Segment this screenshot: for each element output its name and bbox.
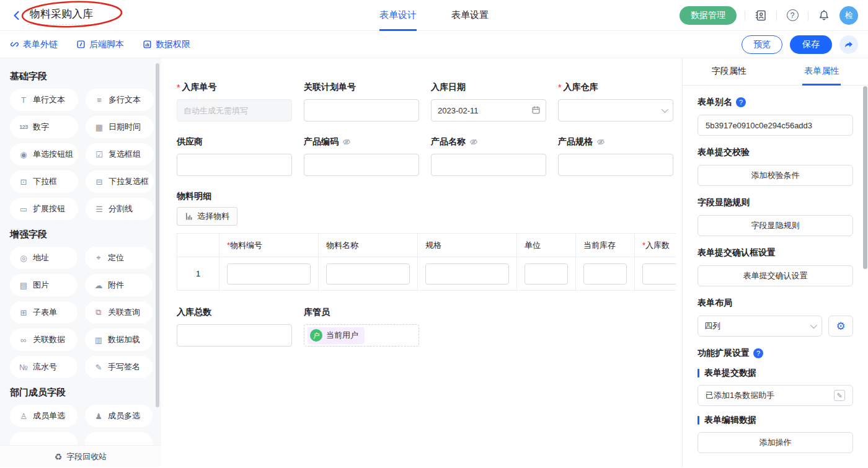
select-material-button[interactable]: 选择物料 — [177, 207, 237, 226]
subform-icon: ⊞ — [19, 308, 29, 317]
stock-input[interactable] — [583, 263, 627, 285]
field-pill-radio-group[interactable]: ◉单选按钮组 — [10, 143, 78, 166]
field-inbound-no[interactable]: *入库单号 — [177, 82, 292, 121]
question-icon: ? — [787, 9, 799, 21]
field-pill-multi-line-text[interactable]: ≡多行文本 — [86, 89, 154, 111]
backend-script-link[interactable]: 后端脚本 — [76, 39, 124, 50]
tab-form-design[interactable]: 表单设计 — [379, 0, 417, 31]
product-name-input[interactable] — [431, 154, 546, 176]
field-inbound-date[interactable]: 入库日期 — [431, 82, 546, 121]
field-warehouse[interactable]: *入库仓库 — [558, 82, 673, 121]
data-assistant-box[interactable]: 已添加1条数据助手 ✎ — [698, 385, 853, 406]
properties-panel: 字段属性 表单属性 表单别名 ? 5b3917e0910c0e294c56add… — [682, 58, 868, 467]
contacts-button[interactable] — [753, 8, 768, 23]
field-pill-number[interactable]: 123数字 — [10, 116, 78, 138]
field-pill-divider[interactable]: ☰分割线 — [86, 198, 154, 220]
product-code-input[interactable] — [304, 154, 419, 176]
field-warehouse-keeper[interactable]: 库管员 户 当前用户 — [304, 307, 419, 347]
field-pill-location[interactable]: ⌖定位 — [85, 247, 153, 269]
single-line-text-icon: T — [19, 95, 29, 105]
field-pill-subform[interactable]: ⊞子表单 — [10, 301, 78, 324]
field-pill-checkbox-group[interactable]: ☑复选框组 — [86, 143, 154, 166]
field-pill-member-single[interactable]: ♙成员单选 — [10, 405, 78, 427]
member-picker[interactable]: 户 当前用户 — [304, 324, 419, 347]
field-total-qty[interactable]: 入库总数 — [177, 307, 292, 347]
field-recycle-bin[interactable]: ♻ 字段回收站 — [0, 445, 161, 467]
subform-col-stock: 当前库存 — [576, 234, 635, 257]
field-pill-linked-data[interactable]: ∞关联数据 — [10, 329, 78, 351]
add-validation-button[interactable]: 添加校验条件 — [698, 165, 853, 186]
tab-form-properties[interactable]: 表单属性 — [776, 58, 868, 85]
inbound-qty-input[interactable] — [642, 263, 676, 285]
tab-field-properties[interactable]: 字段属性 — [683, 58, 776, 85]
field-pill-select[interactable]: ⊡下拉框 — [10, 170, 78, 193]
help-icon[interactable]: ? — [753, 348, 763, 358]
divider — [745, 11, 745, 20]
preview-button[interactable]: 预览 — [742, 35, 782, 54]
multi-line-text-icon: ≡ — [94, 95, 104, 105]
sidebar-scrollbar[interactable] — [156, 63, 159, 407]
page-title[interactable]: 物料采购入库 — [27, 6, 95, 25]
edit-pencil-icon[interactable]: ✎ — [834, 390, 845, 401]
field-pill-image[interactable]: ▤图片 — [10, 274, 78, 296]
checkbox-icon: ☑ — [94, 150, 104, 159]
field-pill-datetime[interactable]: ▦日期时间 — [86, 116, 154, 138]
avatar[interactable]: 检 — [839, 6, 858, 25]
field-pill-data-load[interactable]: ▥数据加载 — [85, 329, 153, 351]
window-scrollbar[interactable] — [863, 86, 867, 269]
save-button[interactable]: 保存 — [790, 35, 832, 54]
subform-table: *物料编号 物料名称 规格 单位 当前库存 *入库数 1 — [177, 233, 676, 291]
field-pill-attachment[interactable]: ☁附件 — [85, 274, 153, 296]
visibility-rules-button[interactable]: 字段显隐规则 — [698, 215, 853, 236]
material-name-input[interactable] — [326, 263, 410, 285]
current-user-tag[interactable]: 户 当前用户 — [308, 327, 365, 344]
supplier-input[interactable] — [177, 154, 292, 176]
total-qty-input[interactable] — [177, 324, 292, 347]
field-product-name[interactable]: 产品名称 — [431, 136, 546, 176]
field-plan-no[interactable]: 关联计划单号 — [304, 82, 419, 121]
warehouse-select[interactable] — [558, 99, 673, 121]
add-operation-button[interactable]: 添加操作 — [698, 432, 853, 453]
spec-input[interactable] — [425, 263, 509, 285]
data-permission-link[interactable]: 数据权限 — [143, 39, 190, 50]
field-pill-serial-number[interactable]: №流水号 — [10, 356, 78, 378]
layout-select[interactable]: 四列 — [698, 316, 822, 337]
bar-chart-icon: ▥ — [94, 335, 104, 345]
material-no-input[interactable] — [227, 263, 311, 285]
product-spec-input[interactable] — [558, 154, 673, 176]
image-icon: ▤ — [19, 281, 29, 290]
notifications-button[interactable] — [817, 8, 831, 23]
field-pill-single-line-text[interactable]: T单行文本 — [10, 89, 78, 111]
field-pill-lookup-query[interactable]: ⧉关联查询 — [85, 301, 153, 324]
back-button[interactable] — [10, 9, 24, 22]
plan-no-input[interactable] — [304, 99, 419, 121]
field-pill-extend-button[interactable]: ▭扩展按钮 — [10, 198, 78, 220]
field-pill-multi-select[interactable]: ⊟下拉复选框 — [86, 170, 154, 193]
help-button[interactable]: ? — [785, 8, 800, 23]
field-product-spec[interactable]: 产品规格 — [558, 136, 673, 176]
layout-settings-button[interactable]: ⚙ — [828, 316, 853, 337]
help-icon[interactable]: ? — [736, 97, 746, 107]
inbound-no-input[interactable] — [177, 99, 292, 121]
header-tabs: 表单设计 表单设置 — [379, 0, 489, 31]
form-alias-input[interactable]: 5b3917e0910c0e294c56add3 — [698, 115, 853, 136]
data-grid-icon — [143, 40, 152, 49]
data-manage-button[interactable]: 数据管理 — [680, 6, 737, 25]
field-product-code[interactable]: 产品编码 — [304, 136, 419, 176]
share-button[interactable] — [839, 35, 858, 54]
unit-input[interactable] — [525, 263, 568, 285]
subform-title: 物料明细 — [177, 191, 682, 202]
tab-form-settings[interactable]: 表单设置 — [451, 0, 489, 31]
field-pill-address[interactable]: ◎地址 — [10, 247, 78, 269]
field-pill-signature[interactable]: ✎手写签名 — [85, 356, 153, 378]
layout-label: 表单布局 — [698, 298, 853, 309]
header: 物料采购入库 表单设计 表单设置 数据管理 ? 检 — [0, 0, 868, 31]
submit-confirm-button[interactable]: 表单提交确认设置 — [698, 265, 853, 286]
inbound-date-input[interactable] — [431, 99, 546, 121]
field-pill-member-multi[interactable]: ♟成员多选 — [85, 405, 153, 427]
form-external-link[interactable]: 表单外链 — [10, 39, 58, 50]
gear-icon: ⚙ — [836, 320, 845, 333]
contacts-icon — [755, 9, 767, 22]
radio-icon: ◉ — [19, 150, 29, 159]
field-supplier[interactable]: 供应商 — [177, 136, 292, 176]
